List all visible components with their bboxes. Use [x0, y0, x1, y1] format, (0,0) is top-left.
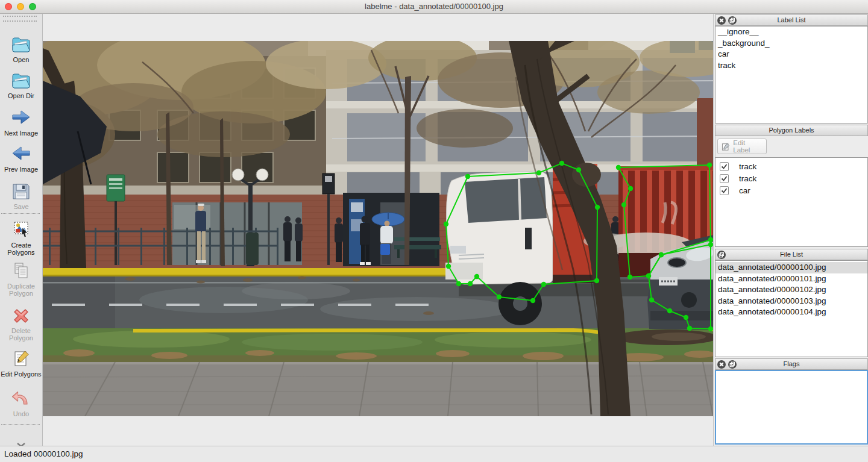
polygon-label-text: car: [739, 186, 750, 195]
create-polygons-button[interactable]: Create Polygons: [0, 220, 42, 256]
float-panel-icon: [728, 360, 737, 369]
save-button[interactable]: Save: [0, 181, 42, 210]
polygon-vertex[interactable]: [576, 167, 581, 172]
edit-label-button[interactable]: Edit Label: [717, 139, 767, 154]
polygon-vertex[interactable]: [627, 275, 632, 279]
polygon-labels-header[interactable]: Polygon Labels: [715, 125, 868, 136]
checkbox-checked[interactable]: [720, 186, 729, 195]
file-list-float-button[interactable]: [717, 251, 726, 259]
polygon-vertex[interactable]: [628, 186, 633, 191]
duplicate-polygon-button[interactable]: Duplicate Polygon: [0, 261, 42, 297]
polygon-vertex[interactable]: [594, 278, 599, 283]
annotation-polygon-car[interactable]: [649, 240, 711, 329]
toolbar-separator: [1, 213, 40, 214]
label-list-item[interactable]: track: [715, 60, 867, 72]
close-icon: [717, 16, 726, 25]
duplicate-copy-icon: [0, 261, 42, 283]
flags-close-button[interactable]: [717, 360, 726, 369]
file-list-item[interactable]: data_annotated/00000103.jpg: [715, 296, 867, 307]
annotation-polygon-track[interactable]: [618, 165, 711, 277]
label-list-title: Label List: [715, 15, 867, 25]
checkbox-checked[interactable]: [720, 174, 729, 183]
polygon-vertex[interactable]: [687, 326, 692, 331]
polygon-vertex[interactable]: [646, 273, 651, 278]
polygon-vertex[interactable]: [659, 252, 664, 257]
undo-button[interactable]: Undo: [0, 389, 42, 417]
tools-toolbar: Open Open Dir Next Image Prev Image: [0, 14, 43, 446]
label-list-item[interactable]: car: [715, 49, 867, 60]
open-folder-icon: [0, 34, 42, 56]
polygon-vertex[interactable]: [559, 161, 564, 166]
polygon-vertex[interactable]: [465, 174, 470, 179]
polygon-vertex[interactable]: [684, 315, 688, 320]
file-list-title: File List: [715, 249, 867, 260]
label-list[interactable]: __ignore__ _background_ car track: [715, 26, 868, 123]
floppy-save-icon: [0, 181, 42, 203]
polygon-vertex[interactable]: [595, 205, 600, 210]
polygon-vertex[interactable]: [649, 298, 654, 302]
edit-polygons-button[interactable]: Edit Polygons: [0, 349, 42, 378]
flags-header[interactable]: Flags: [715, 358, 868, 370]
edit-pencil-icon: [0, 349, 42, 370]
label-list-item[interactable]: _background_: [715, 38, 867, 49]
polygon-vertex[interactable]: [444, 222, 448, 226]
edit-label-button-label: Edit Label: [733, 139, 763, 154]
polygon-vertex[interactable]: [474, 274, 479, 279]
label-list-close-button[interactable]: [717, 16, 726, 25]
polygon-vertex[interactable]: [497, 295, 502, 299]
polygon-vertex[interactable]: [667, 308, 672, 313]
polygon-vertex[interactable]: [446, 264, 451, 269]
label-list-item[interactable]: __ignore__: [715, 27, 867, 38]
polygon-labels-list[interactable]: track track car: [715, 157, 868, 247]
minimize-window-button[interactable]: [17, 3, 24, 10]
polygon-vertex[interactable]: [708, 237, 713, 242]
file-list[interactable]: data_annotated/00000100.jpg data_annotat…: [715, 260, 868, 357]
annotation-layer[interactable]: [43, 41, 714, 416]
prev-image-button[interactable]: Prev Image: [0, 144, 42, 173]
polygon-vertex[interactable]: [707, 163, 712, 167]
annotation-polygon-track[interactable]: [446, 163, 597, 301]
polygon-label-row[interactable]: track: [715, 172, 867, 184]
polygon-vertex[interactable]: [530, 298, 535, 303]
create-polygons-button-label: Create Polygons: [0, 242, 42, 256]
file-list-item[interactable]: data_annotated/00000104.jpg: [715, 307, 867, 318]
polygon-vertex[interactable]: [536, 170, 541, 175]
label-list-header[interactable]: Label List: [715, 14, 868, 26]
float-panel-icon: [717, 251, 726, 259]
polygon-vertex[interactable]: [456, 281, 461, 286]
photo-area[interactable]: [43, 41, 713, 416]
edit-polygons-button-label: Edit Polygons: [0, 370, 42, 378]
polygon-vertex[interactable]: [541, 282, 546, 287]
file-list-item[interactable]: data_annotated/00000102.jpg: [715, 284, 867, 296]
labelme-window: { "window": { "title": "labelme - data_a…: [0, 0, 868, 462]
close-window-button[interactable]: [5, 3, 12, 10]
file-list-header[interactable]: File List: [715, 249, 868, 260]
polygon-vertex[interactable]: [708, 326, 713, 331]
image-canvas[interactable]: [43, 14, 713, 446]
checkbox-checked[interactable]: [720, 162, 729, 171]
polygon-label-row[interactable]: track: [715, 160, 867, 172]
save-button-label: Save: [0, 203, 42, 210]
prev-image-button-label: Prev Image: [0, 166, 42, 173]
polygon-vertex[interactable]: [616, 165, 621, 170]
file-list-item[interactable]: data_annotated/00000101.jpg: [715, 273, 867, 285]
status-bar: Loaded 00000100.jpg: [0, 446, 868, 462]
open-button-label: Open: [0, 56, 42, 63]
arrow-left-icon: [0, 144, 42, 166]
open-button[interactable]: Open: [0, 34, 42, 63]
polygon-vertex[interactable]: [468, 281, 473, 286]
delete-polygon-button[interactable]: Delete Polygon: [0, 305, 42, 342]
label-list-float-button[interactable]: [728, 16, 737, 25]
edit-label-pencil-icon: [722, 142, 730, 151]
toolbar-drag-handle[interactable]: [3, 16, 37, 22]
polygon-label-row[interactable]: car: [715, 184, 867, 196]
duplicate-polygon-button-label: Duplicate Polygon: [0, 283, 42, 297]
open-dir-button[interactable]: Open Dir: [0, 70, 42, 99]
zoom-window-button[interactable]: [29, 3, 36, 10]
delete-polygon-button-label: Delete Polygon: [0, 327, 42, 342]
flags-list[interactable]: [715, 370, 868, 445]
polygon-vertex[interactable]: [621, 202, 626, 207]
next-image-button[interactable]: Next Image: [0, 108, 42, 137]
file-list-item-selected[interactable]: data_annotated/00000100.jpg: [715, 262, 867, 273]
flags-float-button[interactable]: [728, 360, 737, 369]
